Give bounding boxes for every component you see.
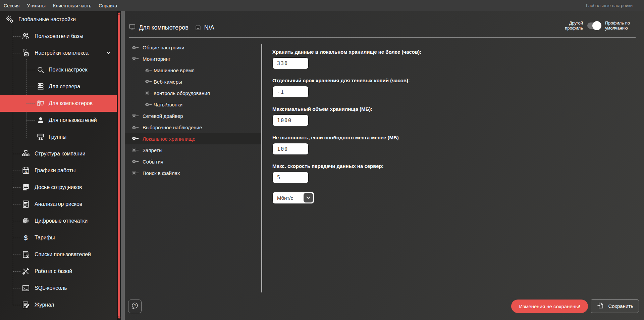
menubar-items: СессияУтилитыКлиентская частьСправка	[0, 3, 121, 8]
sidebar-item[interactable]: Для сервера	[0, 78, 117, 95]
gear-bullet-icon	[145, 102, 153, 107]
menu-item[interactable]: Клиентская часть	[49, 3, 95, 8]
unsaved-changes-badge: Изменения не сохранены!	[511, 300, 588, 313]
chevron-down-icon[interactable]	[304, 193, 313, 202]
menu-item[interactable]: Утилиты	[23, 3, 49, 8]
sidebar-item[interactable]: Поиск настроек	[0, 61, 117, 78]
sidebar-item-label: Графики работы	[35, 168, 75, 174]
page-header: Для компьютеров N/A	[128, 23, 214, 32]
panel-resizer[interactable]	[121, 11, 125, 320]
settings-tree-item-label: Запреты	[143, 147, 162, 153]
database-tools-icon	[21, 267, 30, 276]
sidebar-item[interactable]: Работа с базой	[0, 263, 117, 280]
form-field-input[interactable]	[272, 143, 309, 155]
unit-select[interactable]: Мбит/с	[272, 192, 314, 204]
help-button[interactable]: ?	[128, 300, 142, 313]
gear-bullet-icon	[132, 159, 140, 164]
sidebar-item[interactable]: Списки пользователей	[0, 246, 117, 263]
sidebar-item[interactable]: Журнал	[0, 296, 117, 313]
form-fields: Хранить данные в локальном хранилище не …	[272, 49, 421, 183]
svg-text:?: ?	[134, 303, 136, 307]
form-field-input[interactable]	[272, 57, 309, 69]
complex-settings-icon	[21, 49, 30, 57]
settings-form: Хранить данные в локальном хранилище не …	[272, 49, 421, 204]
gear-bullet-icon	[145, 79, 153, 84]
sidebar-nav: Глобальные настройкиПользователи базыНас…	[0, 11, 117, 313]
sidebar-item-label: Настройки комплекса	[35, 50, 89, 56]
form-field-group: Отдельный срок хранения для теневых копи…	[272, 78, 421, 98]
form-field-input[interactable]	[272, 86, 309, 98]
search-icon	[36, 65, 45, 74]
sidebar-item[interactable]: Цифровые отпечатки	[0, 213, 117, 229]
gear-bullet-icon	[145, 91, 153, 95]
sidebar-item-label: SQL-консоль	[35, 285, 67, 291]
profile-toggle-switch[interactable]	[587, 22, 601, 29]
scrollbar-up-arrow[interactable]	[118, 12, 120, 14]
calendar-check-icon[interactable]	[195, 25, 201, 31]
gear-bullet-icon	[132, 113, 140, 118]
settings-tree-item-label: Поиск в файлах	[143, 170, 180, 176]
risk-analyzer-icon	[21, 200, 30, 209]
settings-tree-item[interactable]: Выборочное наблюдение	[125, 122, 261, 133]
scrollbar-thumb[interactable]	[118, 14, 120, 317]
org-structure-icon	[21, 149, 30, 158]
settings-tree-item-label: Общие настройки	[143, 45, 184, 50]
menu-item[interactable]: Сессия	[0, 3, 23, 8]
menubar-context-label: Глобальные настройки	[586, 3, 644, 8]
form-field-group: Не выполнять, если свободного места мене…	[272, 135, 421, 155]
settings-tree-item[interactable]: Машинное время	[125, 64, 261, 76]
menubar: СессияУтилитыКлиентская частьСправка Гло…	[0, 0, 644, 11]
sidebar-item-label: Для компьютеров	[49, 100, 93, 106]
sidebar-item[interactable]: Для компьютеров	[0, 95, 117, 112]
toggle-knob[interactable]	[592, 21, 601, 30]
gear-bullet-icon	[132, 171, 140, 175]
sidebar-item[interactable]: Структура компании	[0, 145, 117, 162]
settings-tree: Общие настройкиМониторингМашинное времяВ…	[125, 42, 261, 179]
sidebar-scrollbar[interactable]	[117, 11, 121, 320]
settings-tree-item[interactable]: Контроль оборудования	[125, 87, 261, 99]
settings-tree-item[interactable]: Общие настройки	[125, 42, 261, 53]
form-field-label: Максимальный объем хранилища (МБ):	[272, 106, 421, 112]
form-field-group: Макс. скорость передачи данных на сервер…	[272, 163, 421, 183]
sidebar-item[interactable]: SQL-консоль	[0, 280, 117, 296]
settings-tree-item[interactable]: Мониторинг	[125, 53, 261, 64]
form-field-group: Хранить данные в локальном хранилище не …	[272, 49, 421, 69]
settings-tree-item[interactable]: Поиск в файлах	[125, 167, 261, 179]
gear-bullet-icon	[145, 68, 153, 73]
gear-bullet-icon	[132, 136, 140, 141]
profile-date-value: N/A	[204, 24, 214, 31]
settings-tree-item[interactable]: Веб-камеры	[125, 76, 261, 87]
menu-item[interactable]: Справка	[95, 3, 121, 8]
sidebar-item-label: Пользователи базы	[35, 33, 83, 39]
settings-tree-item[interactable]: Запреты	[125, 144, 261, 156]
save-button[interactable]: Сохранить	[591, 299, 639, 313]
sidebar-item[interactable]: Глобальные настройки	[0, 11, 117, 28]
sidebar-item-label: Списки пользователей	[35, 252, 91, 258]
journal-icon	[21, 301, 30, 309]
form-field-input[interactable]	[272, 115, 309, 126]
settings-tree-item[interactable]: Сетевой драйвер	[125, 110, 261, 122]
sidebar-item-label: Журнал	[35, 302, 54, 308]
sidebar-item[interactable]: Досье сотрудников	[0, 179, 117, 196]
chevron-down-icon[interactable]	[107, 52, 110, 54]
form-field-input[interactable]	[272, 172, 309, 183]
dossier-icon	[21, 183, 30, 192]
sidebar-item[interactable]: $Тарифы	[0, 229, 117, 246]
sidebar-item[interactable]: Настройки комплекса	[0, 45, 117, 61]
sidebar-item-label: Досье сотрудников	[35, 184, 82, 190]
computer-icon	[128, 23, 136, 32]
scrollbar-down-arrow[interactable]	[118, 317, 120, 319]
settings-tree-item[interactable]: Локальное хранилище	[125, 133, 261, 144]
sidebar-item[interactable]: Пользователи базы	[0, 28, 117, 45]
sidebar-item[interactable]: 31Графики работы	[0, 162, 117, 179]
sidebar-item[interactable]: Группы	[0, 129, 117, 145]
sidebar-item[interactable]: Для пользователей	[0, 112, 117, 129]
settings-tree-item-label: Выборочное наблюдение	[143, 125, 202, 130]
tree-form-divider[interactable]	[261, 44, 262, 292]
settings-tree-item-label: Локальное хранилище	[143, 136, 196, 142]
sidebar-item[interactable]: Анализатор рисков	[0, 196, 117, 213]
settings-tree-item[interactable]: События	[125, 156, 261, 167]
settings-tree-item[interactable]: Чаты/звонки	[125, 99, 261, 110]
sidebar-item-label: Тарифы	[35, 235, 55, 241]
svg-text:31: 31	[24, 170, 28, 173]
